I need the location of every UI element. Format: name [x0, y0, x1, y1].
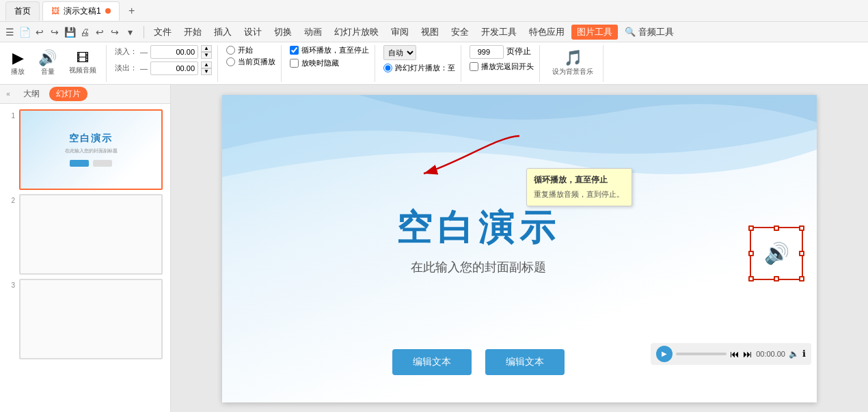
new-tab-button[interactable]: +: [122, 1, 141, 20]
menu-search[interactable]: 🔍 音频工具: [619, 25, 679, 40]
slide-wave: [222, 95, 817, 204]
menu-animation[interactable]: 切换: [269, 25, 297, 40]
home-tab[interactable]: 首页: [5, 1, 40, 20]
slide-canvas[interactable]: 空白演示 在此输入您的封面副标题 编辑文本 编辑文本 🔊: [222, 95, 817, 402]
fade-in-up[interactable]: ▲: [201, 45, 212, 52]
menu-special[interactable]: 开发工具: [476, 25, 522, 40]
rewind-checkbox-label[interactable]: 播放完返回开头: [470, 61, 534, 72]
print-icon[interactable]: 🖨: [78, 25, 92, 39]
redo2-icon[interactable]: ↪: [108, 25, 122, 39]
auto-row: 自动: [383, 45, 416, 60]
fade-out-up[interactable]: ▲: [201, 61, 212, 68]
menu-audiotools[interactable]: 图片工具: [571, 25, 618, 40]
undo-icon[interactable]: ↩: [33, 25, 46, 39]
audio-info-icon[interactable]: ℹ: [802, 348, 806, 359]
doc-tab[interactable]: 🖼 演示文稿1: [42, 1, 120, 20]
hide-checkbox[interactable]: [290, 59, 299, 68]
outline-tab[interactable]: 大纲: [16, 87, 46, 101]
audio-skip-back[interactable]: ⏮: [730, 348, 740, 359]
start-options: 开始 当前页播放: [226, 45, 275, 67]
fade-in-input[interactable]: [150, 45, 198, 59]
current-page-radio-input[interactable]: [226, 57, 235, 66]
menu-insert[interactable]: 开始: [178, 25, 207, 40]
tooltip: 循环播放，直至停止 重复播放音频，直到停止。: [526, 168, 632, 206]
current-page-radio[interactable]: 当前页播放: [226, 57, 275, 67]
stop-group: 页停止 播放完返回开头: [470, 45, 540, 82]
slide-thumb-2[interactable]: [19, 194, 163, 275]
collapse-icon[interactable]: «: [3, 85, 14, 103]
cross-row: 跨幻灯片播放：至: [383, 63, 455, 73]
redo-icon[interactable]: ↪: [48, 25, 62, 39]
menu-design[interactable]: 插入: [208, 25, 237, 40]
fade-in-stepper: ▲ ▼: [201, 45, 212, 59]
title-bar: 首页 🖼 演示文稿1 +: [0, 0, 868, 22]
menu-security[interactable]: 视图: [416, 25, 444, 40]
fade-in-row: 淡入： — ▲ ▼: [115, 45, 212, 59]
slide-item-2[interactable]: 2: [5, 194, 165, 275]
chevron-down-icon[interactable]: ▾: [123, 25, 137, 39]
sidebar-tab-bar: « 大纲 幻灯片: [0, 85, 170, 104]
hamburger-icon[interactable]: ☰: [3, 25, 16, 39]
cross-slide-radio-input[interactable]: [383, 64, 392, 72]
slide-item-3[interactable]: 3: [5, 279, 165, 359]
slide-thumb-3[interactable]: [19, 279, 163, 359]
video-audio-icon: 🎞: [77, 52, 89, 64]
menu-transition[interactable]: 设计: [239, 25, 267, 40]
slide-tab[interactable]: 幻灯片: [49, 87, 87, 101]
audio-toolbar: ▶ 播放 🔊 音量 🎞 视频音频 淡入： — ▲ ▼ 淡出： — ▲: [0, 42, 868, 85]
loop-checkbox-label[interactable]: 循环播放，直至停止: [290, 45, 369, 55]
tooltip-body: 重复播放音频，直到停止。: [534, 189, 625, 200]
volume-icon: 🔊: [38, 51, 57, 66]
main-area: « 大纲 幻灯片 1 空白演示 在此输入您的封面副标题: [0, 85, 868, 412]
fade-in-down[interactable]: ▼: [201, 52, 212, 59]
menu-devtools[interactable]: 安全: [446, 25, 474, 40]
slide-title[interactable]: 空白演示: [222, 204, 735, 252]
loop-checkbox[interactable]: [290, 46, 299, 55]
hide-checkbox-label[interactable]: 放映时隐藏: [290, 58, 339, 68]
slide-list: 1 空白演示 在此输入您的封面副标题 2: [0, 104, 170, 412]
playback-options-group: 开始 当前页播放: [226, 45, 282, 82]
cross-slide-radio[interactable]: 跨幻灯片播放：至: [383, 63, 455, 73]
menu-start[interactable]: 文件: [148, 25, 177, 40]
tooltip-title: 循环播放，直至停止: [534, 174, 625, 186]
slide-item-1[interactable]: 1 空白演示 在此输入您的封面副标题: [5, 109, 165, 190]
undo2-icon[interactable]: ↩: [93, 25, 107, 39]
quick-access-group: ☰ 📄 ↩ ↪ 💾 🖨 ↩ ↪ ▾: [3, 25, 137, 39]
start-radio[interactable]: 开始: [226, 45, 275, 55]
audio-skip-fwd[interactable]: ⏭: [743, 348, 752, 359]
slide-thumb-1[interactable]: 空白演示 在此输入您的封面副标题: [19, 109, 163, 190]
audio-play-button[interactable]: ▶: [656, 346, 673, 362]
file-icon[interactable]: 📄: [18, 25, 31, 39]
auto-select[interactable]: 自动: [383, 45, 416, 60]
audio-progress-bar[interactable]: [676, 353, 727, 355]
edit-text-btn-2[interactable]: 编辑文本: [485, 349, 565, 375]
menu-imagetools[interactable]: 特色应用: [524, 25, 570, 40]
play-button[interactable]: ▶ 播放: [5, 48, 30, 79]
audio-time: 00:00.00: [756, 350, 785, 358]
playback-group: ▶ 播放 🔊 音量 🎞 视频音频: [5, 45, 107, 82]
num-stop-row: 页停止: [470, 45, 531, 59]
menu-view[interactable]: 审阅: [385, 25, 414, 40]
edit-text-btn-1[interactable]: 编辑文本: [392, 349, 472, 375]
slide-subtitle[interactable]: 在此输入您的封面副标题: [222, 259, 735, 275]
fade-out-stepper: ▲ ▼: [201, 61, 212, 75]
doc-tab-label: 演示文稿1: [64, 5, 101, 17]
loop-group: 循环播放，直至停止 放映时隐藏: [290, 45, 375, 82]
save-icon[interactable]: 💾: [63, 25, 77, 39]
cross-slide-num[interactable]: [470, 45, 504, 59]
video-audio-button[interactable]: 🎞 视频音频: [65, 49, 100, 78]
fade-out-input[interactable]: [150, 61, 198, 75]
modified-dot: [105, 8, 111, 14]
content-area: 循环播放，直至停止 重复播放音频，直到停止。 空白演示 在此输入您的封面副标题 …: [171, 85, 868, 412]
menu-slideshow[interactable]: 动画: [299, 25, 327, 40]
fade-group: 淡入： — ▲ ▼ 淡出： — ▲ ▼: [115, 45, 218, 82]
fade-out-down[interactable]: ▼: [201, 68, 212, 75]
bg-music-icon: 🎵: [564, 51, 582, 66]
audio-volume-icon[interactable]: 🔈: [789, 349, 799, 359]
fade-out-row: 淡出： — ▲ ▼: [115, 61, 212, 75]
volume-button[interactable]: 🔊 音量: [34, 48, 61, 79]
rewind-checkbox[interactable]: [470, 62, 478, 71]
set-bg-music-button[interactable]: 🎵 设为背景音乐: [548, 48, 597, 79]
menu-review[interactable]: 幻灯片放映: [329, 25, 384, 40]
start-radio-input[interactable]: [226, 46, 235, 55]
